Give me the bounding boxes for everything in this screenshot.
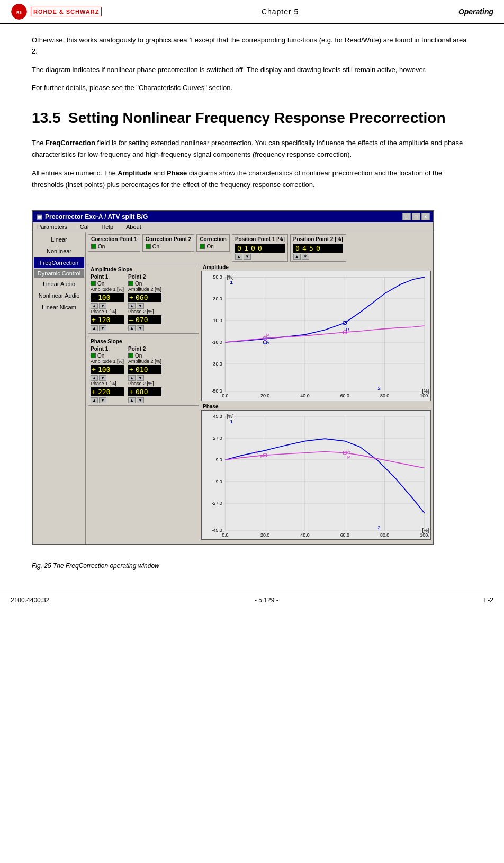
- sidebar: Linear Nonlinear FreqCorrection Dynamic …: [33, 232, 86, 544]
- amp-p1-on[interactable]: On: [91, 281, 124, 287]
- phase-point2-col: Point 2 On Amplitude 2 [%] + 0: [128, 346, 161, 403]
- pos2-spinbtns[interactable]: ▲ ▼: [293, 254, 343, 260]
- phase-p2-label: Point 2: [128, 346, 161, 352]
- phase-amp1-up[interactable]: ▲: [91, 375, 98, 381]
- phase-chart-svg: 45.0 27.0 9.0 -9.0 -27.0 -45.0 [%] 0.0: [201, 410, 431, 540]
- phase-phase2-field-label: Phase 2 [%]: [128, 381, 161, 386]
- svg-text:1: 1: [230, 279, 233, 285]
- svg-text:60.0: 60.0: [340, 532, 349, 538]
- phase2-up[interactable]: ▲: [128, 325, 136, 331]
- phase-amp2-down[interactable]: ▼: [137, 375, 144, 381]
- phase-p2-on[interactable]: On: [128, 353, 161, 359]
- phase2-display[interactable]: – 0 7 0: [128, 315, 161, 324]
- position-1-box: Position Point 1 [%] 0 1 0 0 ▲ ▼: [232, 234, 288, 262]
- phase-p1-on[interactable]: On: [91, 353, 124, 359]
- amp2-up[interactable]: ▲: [128, 303, 136, 309]
- sidebar-item-linear-nicam[interactable]: Linear Nicam: [34, 302, 84, 313]
- cp2-green-square: [146, 244, 151, 249]
- pos1-down[interactable]: ▼: [244, 254, 251, 260]
- amp1-up[interactable]: ▲: [91, 303, 98, 309]
- phase1-d1: 2: [102, 316, 106, 324]
- svg-text:30.0: 30.0: [213, 296, 222, 301]
- phase-phase1-d1: 2: [102, 388, 106, 396]
- phase-phase1-display[interactable]: + 2 2 0: [91, 387, 124, 396]
- cp2-on-indicator[interactable]: On: [146, 244, 192, 250]
- pos2-display[interactable]: 0 4 5 0: [293, 244, 343, 253]
- main-panel: Correction Point 1 On Correction Point 2…: [86, 232, 433, 544]
- amp1-display[interactable]: – 1 0 0: [91, 293, 124, 302]
- pos1-display[interactable]: 0 1 0 0: [235, 244, 285, 253]
- amp1-spinbtns[interactable]: ▲ ▼: [91, 303, 124, 309]
- amp2-display[interactable]: + 0 6 0: [128, 293, 161, 302]
- phase2-spinbtns[interactable]: ▲ ▼: [128, 325, 161, 331]
- sidebar-item-nonlinear[interactable]: Nonlinear: [34, 246, 84, 256]
- svg-text:P: P: [346, 327, 349, 332]
- pos2-down[interactable]: ▼: [302, 254, 309, 260]
- amp2-down[interactable]: ▼: [137, 303, 144, 309]
- phase-amp1-sign: +: [92, 366, 98, 373]
- correction-on-indicator[interactable]: On: [200, 244, 227, 250]
- phase-phase1-up[interactable]: ▲: [91, 397, 98, 403]
- svg-rect-2: [202, 271, 430, 401]
- menu-about[interactable]: About: [124, 223, 143, 230]
- amp1-down[interactable]: ▼: [99, 303, 106, 309]
- phase-phase2-down[interactable]: ▼: [137, 397, 144, 403]
- window-controls[interactable]: _ □ ×: [402, 213, 430, 220]
- phase-phase1-spinbtns[interactable]: ▲ ▼: [91, 397, 124, 403]
- cp2-title: Correction Point 2: [146, 236, 192, 242]
- amp-chart-title: Amplitude: [201, 264, 431, 271]
- amp2-spinbtns[interactable]: ▲ ▼: [128, 303, 161, 309]
- amp2-sign: +: [129, 293, 136, 301]
- phase-phase1-d2: 0: [106, 388, 111, 396]
- phase-p1-label: Point 1: [91, 346, 124, 352]
- phase1-display[interactable]: + 1 2 0: [91, 315, 124, 324]
- phase-p2-green: [128, 353, 133, 358]
- svg-text:27.0: 27.0: [213, 435, 222, 441]
- header-section: Operating: [458, 7, 493, 16]
- amp-p2-label: Point 2: [128, 274, 161, 280]
- cp1-on-indicator[interactable]: On: [91, 244, 137, 250]
- menu-help[interactable]: Help: [99, 223, 115, 230]
- phase-amp2-d2: 0: [144, 366, 148, 373]
- pos2-up[interactable]: ▲: [293, 254, 301, 260]
- phase-amp2-display[interactable]: + 0 1 0: [128, 365, 161, 374]
- correction-box: Correction On: [196, 234, 230, 252]
- menu-parameters[interactable]: Parameters: [35, 223, 69, 230]
- window-title: Precorrector Exc-A / ATV split B/G: [45, 213, 148, 220]
- pos1-spinbtns[interactable]: ▲ ▼: [235, 254, 285, 260]
- pos1-up[interactable]: ▲: [235, 254, 242, 260]
- svg-text:100.: 100.: [420, 393, 429, 398]
- phase-amp1-spinbtns[interactable]: ▲ ▼: [91, 375, 124, 381]
- phase-phase2-up[interactable]: ▲: [128, 397, 136, 403]
- amp-p2-on[interactable]: On: [128, 281, 161, 287]
- left-controls: Amplitude Slope Point 1 On Amplitude: [88, 264, 199, 542]
- intro-para-3: For further details, please see the "Cha…: [32, 83, 472, 94]
- minimize-button[interactable]: _: [402, 213, 411, 220]
- sidebar-item-linear-audio[interactable]: Linear Audio: [34, 279, 84, 289]
- phase1-down[interactable]: ▼: [99, 325, 106, 331]
- phase1-spinbtns[interactable]: ▲ ▼: [91, 325, 124, 331]
- phase-phase2-sign: +: [129, 388, 136, 396]
- phase-amp1-display[interactable]: + 1 0 0: [91, 365, 124, 374]
- sidebar-item-linear[interactable]: Linear: [34, 234, 84, 245]
- phase1-up[interactable]: ▲: [91, 325, 98, 331]
- phase-amp2-spinbtns[interactable]: ▲ ▼: [128, 375, 161, 381]
- phase2-down[interactable]: ▼: [137, 325, 144, 331]
- sidebar-item-freqcorrection[interactable]: FreqCorrection: [34, 257, 84, 268]
- phase-phase1-down[interactable]: ▼: [99, 397, 106, 403]
- phase-phase2-spinbtns[interactable]: ▲ ▼: [128, 397, 161, 403]
- svg-text:2: 2: [377, 524, 381, 530]
- svg-text:20.0: 20.0: [260, 393, 269, 398]
- phase-slope-panel: Phase Slope Point 1 On Amplitude 1 [: [88, 336, 199, 406]
- phase-amp2-up[interactable]: ▲: [128, 375, 136, 381]
- phase-amp1-down[interactable]: ▼: [99, 375, 106, 381]
- svg-text:40.0: 40.0: [300, 393, 309, 398]
- close-button[interactable]: ×: [421, 213, 430, 220]
- maximize-button[interactable]: □: [412, 213, 420, 220]
- svg-text:50.0: 50.0: [213, 274, 222, 280]
- footer-center: - 5.129 -: [255, 597, 278, 604]
- sidebar-item-nonlinear-audio[interactable]: Nonlinear Audio: [34, 290, 84, 301]
- svg-text:80.0: 80.0: [380, 393, 389, 398]
- menu-cal[interactable]: Cal: [78, 223, 91, 230]
- phase-phase2-display[interactable]: + 0 8 0: [128, 387, 161, 396]
